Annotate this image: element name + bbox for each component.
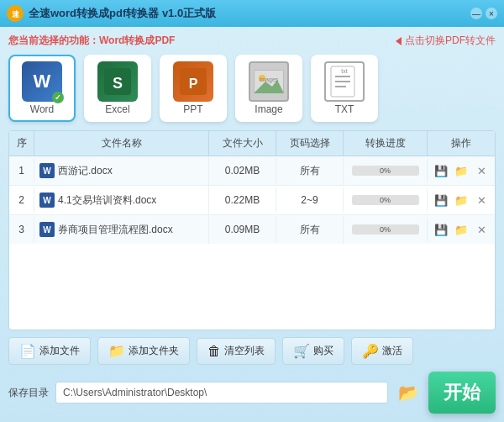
row-size: 0.22MB <box>209 187 276 213</box>
table-row: 3 W 券商项目管理流程图.docx 0.09MB 所有 0% 💾 📁 <box>9 215 495 244</box>
row-actions: 💾 📁 ✕ <box>428 215 495 244</box>
image-icon: images <box>249 61 289 102</box>
clear-list-button[interactable]: 🗑 清空列表 <box>197 338 276 365</box>
row-filename: W 4.1交易培训资料.docx <box>34 186 209 214</box>
folder-action-icon[interactable]: 📁 <box>454 163 469 178</box>
progress-text: 0% <box>352 224 419 235</box>
title-bar-left: 速 全速word转换成pdf转换器 v1.0正式版 <box>7 5 216 22</box>
table-row: 2 W 4.1交易培训资料.docx 0.22MB 2~9 0% 💾 � <box>9 186 495 215</box>
add-file-icon: 📄 <box>19 343 36 359</box>
word-check-icon: ✓ <box>52 92 64 103</box>
add-file-label: 添加文件 <box>39 344 80 358</box>
row-size: 0.09MB <box>209 217 276 242</box>
row-progress: 0% <box>344 188 428 212</box>
buy-label: 购买 <box>313 344 333 358</box>
delete-action-icon[interactable]: ✕ <box>474 222 489 237</box>
save-path-input[interactable] <box>55 382 388 404</box>
header-size: 文件大小 <box>209 131 276 156</box>
activate-label: 激活 <box>382 344 402 358</box>
tab-word[interactable]: W ✓ Word <box>8 55 76 122</box>
buy-button[interactable]: 🛒 购买 <box>282 337 344 365</box>
folder-action-icon[interactable]: 📁 <box>454 193 469 208</box>
activate-button[interactable]: 🔑 激活 <box>351 337 413 365</box>
table-header: 序 文件名称 文件大小 页码选择 转换进度 操作 <box>9 131 495 156</box>
header-progress: 转换进度 <box>344 131 428 156</box>
switch-btn-label: 点击切换PDF转文件 <box>405 34 496 48</box>
row-filename: W 券商项目管理流程图.docx <box>34 215 209 244</box>
add-folder-button[interactable]: 📁 添加文件夹 <box>97 337 190 365</box>
buy-icon: 🛒 <box>293 343 310 359</box>
header-pages: 页码选择 <box>276 131 344 156</box>
format-tabs: W ✓ Word S Excel P PPT <box>8 55 496 122</box>
save-action-icon[interactable]: 💾 <box>433 163 449 178</box>
save-label: 保存目录 <box>8 386 49 400</box>
app-icon: 速 <box>7 5 24 22</box>
table-body: 1 W 西游记.docx 0.02MB 所有 0% 💾 📁 <box>9 156 495 244</box>
progress-bar: 0% <box>352 224 419 235</box>
row-actions: 💾 📁 ✕ <box>428 186 495 214</box>
switch-arrow-icon <box>396 37 402 45</box>
tab-image-label: Image <box>255 103 282 115</box>
clear-list-label: 清空列表 <box>224 344 265 358</box>
row-pages: 2~9 <box>276 187 344 213</box>
row-progress: 0% <box>344 218 428 241</box>
app-title: 全速word转换成pdf转换器 v1.0正式版 <box>29 6 216 21</box>
row-pages: 所有 <box>276 157 344 185</box>
browse-folder-button[interactable]: 📂 <box>395 381 422 404</box>
row-pages: 所有 <box>276 216 344 244</box>
save-action-icon[interactable]: 💾 <box>433 222 449 237</box>
tab-ppt[interactable]: P PPT <box>160 55 227 122</box>
progress-text: 0% <box>352 166 419 176</box>
current-function-label: 您当前选择的功能：Word转换成PDF <box>8 34 175 48</box>
switch-pdf-button[interactable]: 点击切换PDF转文件 <box>396 34 496 48</box>
start-button[interactable]: 开始 <box>428 372 496 414</box>
ppt-icon: P <box>173 61 213 102</box>
minimize-button[interactable]: — <box>470 8 482 19</box>
bottom-buttons: 📄 添加文件 📁 添加文件夹 🗑 清空列表 🛒 购买 🔑 激活 <box>8 337 496 365</box>
delete-action-icon[interactable]: ✕ <box>474 193 489 208</box>
save-action-icon[interactable]: 💾 <box>433 193 449 208</box>
svg-text:txt: txt <box>341 68 347 74</box>
row-size: 0.02MB <box>209 158 276 183</box>
top-bar: 您当前选择的功能：Word转换成PDF 点击切换PDF转文件 <box>8 34 496 48</box>
svg-text:images: images <box>260 76 279 83</box>
file-table: 序 文件名称 文件大小 页码选择 转换进度 操作 1 W 西游记.docx 0.… <box>8 130 496 330</box>
header-actions: 操作 <box>428 131 495 156</box>
progress-text: 0% <box>352 195 419 205</box>
activate-icon: 🔑 <box>362 343 379 359</box>
close-button[interactable]: × <box>486 8 497 19</box>
table-row: 1 W 西游记.docx 0.02MB 所有 0% 💾 📁 <box>9 156 495 186</box>
start-label: 开始 <box>444 380 480 405</box>
row-seq: 1 <box>9 158 34 183</box>
svg-text:P: P <box>189 76 198 91</box>
header-seq: 序 <box>9 131 34 156</box>
svg-text:S: S <box>113 75 123 92</box>
header-filename: 文件名称 <box>34 131 209 156</box>
tab-excel-label: Excel <box>105 103 129 115</box>
tab-txt[interactable]: txt TXT <box>311 55 378 122</box>
tab-word-label: Word <box>30 103 54 115</box>
add-file-button[interactable]: 📄 添加文件 <box>8 337 91 365</box>
excel-icon: S <box>97 61 138 102</box>
txt-icon: txt <box>324 61 365 102</box>
row-progress: 0% <box>344 159 428 182</box>
delete-action-icon[interactable]: ✕ <box>474 163 489 178</box>
word-file-icon: W <box>39 193 55 208</box>
window-controls: — × <box>470 8 497 19</box>
clear-list-icon: 🗑 <box>207 344 221 359</box>
add-folder-label: 添加文件夹 <box>129 344 179 358</box>
tab-excel[interactable]: S Excel <box>84 55 151 122</box>
browse-folder-icon: 📂 <box>398 382 419 403</box>
tab-ppt-label: PPT <box>183 103 202 115</box>
tab-image[interactable]: images Image <box>235 55 302 122</box>
progress-bar: 0% <box>352 195 419 205</box>
add-folder-icon: 📁 <box>108 343 125 359</box>
row-seq: 2 <box>9 187 34 213</box>
save-row: 保存目录 📂 开始 <box>8 372 496 414</box>
folder-action-icon[interactable]: 📁 <box>454 222 469 237</box>
word-file-icon: W <box>39 222 55 237</box>
svg-text:速: 速 <box>12 10 20 18</box>
row-seq: 3 <box>9 217 34 242</box>
main-container: 您当前选择的功能：Word转换成PDF 点击切换PDF转文件 W ✓ Word … <box>0 27 504 422</box>
row-actions: 💾 📁 ✕ <box>428 156 495 185</box>
